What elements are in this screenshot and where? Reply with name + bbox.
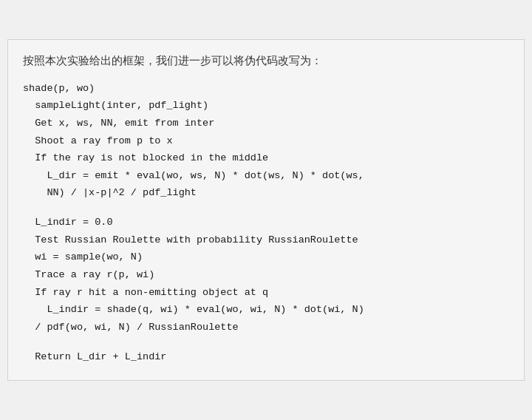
intro-text: 按照本次实验给出的框架，我们进一步可以将伪代码改写为：	[23, 52, 509, 70]
code-line-8: L_indir = 0.0	[23, 214, 509, 231]
code-line-3: Shoot a ray from p to x	[23, 132, 509, 150]
main-container: 按照本次实验给出的框架，我们进一步可以将伪代码改写为： shade(p, wo)…	[7, 39, 525, 382]
code-line-12: If ray r hit a non-emitting object at q	[23, 284, 509, 302]
code-line-2: Get x, ws, NN, emit from inter	[23, 115, 509, 132]
code-line-14: / pdf(wo, wi, N) / RussianRoulette	[23, 319, 509, 336]
code-line-6: NN) / |x-p|^2 / pdf_light	[23, 184, 509, 202]
code-line-1: sampleLight(inter, pdf_light)	[23, 97, 509, 115]
code-line-13: L_indir = shade(q, wi) * eval(wo, wi, N)…	[23, 301, 509, 319]
code-line-11: Trace a ray r(p, wi)	[23, 266, 509, 284]
code-line-10: wi = sample(wo, N)	[23, 248, 509, 266]
code-line-16: Return L_dir + L_indir	[23, 348, 509, 366]
code-line-0: shade(p, wo)	[23, 80, 509, 98]
code-block: shade(p, wo) sampleLight(inter, pdf_ligh…	[23, 80, 509, 366]
code-line-9: Test Russian Roulette with probability R…	[23, 231, 509, 249]
code-line-7	[23, 202, 509, 214]
code-line-4: If the ray is not blocked in the middle	[23, 149, 509, 167]
code-line-15	[23, 336, 509, 348]
code-line-5: L_dir = emit * eval(wo, ws, N) * dot(ws,…	[23, 167, 509, 185]
